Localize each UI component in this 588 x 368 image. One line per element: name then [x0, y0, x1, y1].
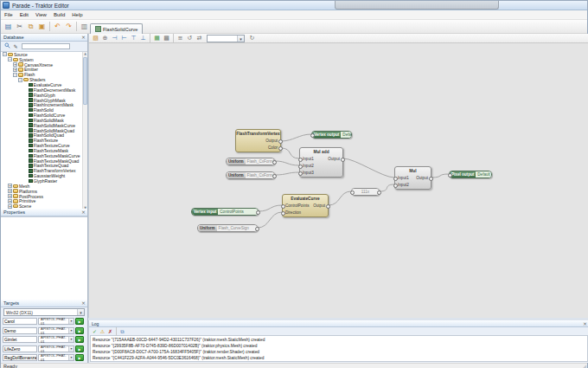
pin-right[interactable]	[341, 158, 345, 162]
title-bar[interactable]: Parade - Traktor Editor	[1, 1, 587, 10]
target-host-select[interactable]: APISTOL-PHAT-01▾	[38, 336, 74, 343]
filter-icon[interactable]: ✎	[11, 42, 20, 50]
resize-grip[interactable]: ◢	[582, 364, 586, 368]
align-top-icon[interactable]: ⊤	[129, 34, 138, 42]
scrollbar-thumb[interactable]	[83, 57, 87, 105]
node-mul[interactable]: MulInput1OutputInput2	[394, 166, 431, 190]
pin-left[interactable]	[393, 184, 398, 188]
node-uniform-curve-sign[interactable]: UniformFlash_CurveSign	[197, 224, 258, 232]
pin-left[interactable]	[310, 133, 315, 138]
database-filter-input[interactable]	[22, 43, 70, 49]
expand-icon[interactable]: +	[8, 199, 12, 203]
pin-right[interactable]	[377, 190, 381, 195]
expand-icon[interactable]: +	[8, 204, 12, 209]
pin-left[interactable]	[350, 190, 355, 195]
close-icon[interactable]: ×	[81, 300, 86, 307]
close-icon[interactable]: ×	[81, 34, 86, 41]
menu-help[interactable]: Help	[68, 10, 86, 20]
pin-right[interactable]	[255, 227, 259, 231]
save-icon[interactable]: ▤	[3, 21, 14, 32]
redo-icon[interactable]: ↷	[63, 21, 74, 32]
platform-select[interactable]: Win32 (DX11) ▾	[3, 308, 85, 316]
target-host-select[interactable]: APISTOL-PHAT-01▾	[38, 318, 74, 325]
paste-icon[interactable]: ▣	[36, 21, 48, 32]
pin-right[interactable]	[272, 160, 277, 165]
close-icon[interactable]: ×	[583, 320, 587, 327]
chevron-down-icon: ▾	[68, 346, 74, 352]
close-icon[interactable]: ×	[81, 209, 86, 216]
expand-icon[interactable]: +	[8, 194, 12, 198]
capsule-value: ControlPoints	[218, 209, 258, 215]
tab-flashsolidcurve[interactable]: FlashSolidCurve	[90, 23, 143, 34]
node-mul-add[interactable]: Mul addInput1OutputInput2Input3	[299, 147, 343, 178]
zoom-combobox[interactable]: ▾	[207, 35, 245, 42]
pin-right[interactable]	[256, 210, 260, 215]
node-evaluate-curve[interactable]: EvaluateCurveControlPointsOutputDirectio…	[282, 194, 329, 217]
log-copy-icon[interactable]: ⧉	[118, 328, 126, 335]
deploy-play-button[interactable]: ▶	[75, 354, 84, 361]
pin-left[interactable]	[281, 204, 285, 209]
pin-right[interactable]	[429, 177, 433, 181]
pin-right[interactable]	[278, 139, 283, 144]
pin-right[interactable]	[272, 174, 277, 178]
pin-right[interactable]	[326, 204, 330, 209]
deploy-play-button[interactable]: ▶	[75, 345, 84, 352]
collapse-icon[interactable]: −	[3, 52, 7, 56]
align-bottom-icon[interactable]: ⊥	[138, 34, 148, 42]
pin-left[interactable]	[298, 165, 303, 169]
pin-left[interactable]	[298, 171, 303, 176]
refresh-icon[interactable]: ↻	[247, 34, 257, 42]
expand-icon[interactable]: +	[13, 62, 17, 67]
capsule-label: Uniform	[227, 172, 246, 178]
deploy-play-button[interactable]: ▶	[75, 336, 84, 343]
target-host-select[interactable]: APISTOL-PHAT-01▾	[38, 345, 74, 352]
pin-left[interactable]	[281, 211, 285, 216]
collapse-icon[interactable]: −	[13, 73, 17, 77]
straighten-icon[interactable]: ≡	[176, 34, 185, 42]
scroll-up-icon[interactable]: ▲	[83, 52, 87, 55]
target-host-select[interactable]: APISTOL-PHAT-01▾	[38, 354, 74, 361]
menu-file[interactable]: File	[1, 10, 16, 20]
align-right-icon[interactable]: ⊢	[119, 34, 129, 42]
node-pixel-output[interactable]: Pixel outputDefault	[449, 171, 492, 178]
even-space-icon[interactable]: ▦	[152, 34, 162, 42]
pin-right[interactable]	[278, 146, 283, 151]
pin-left[interactable]	[448, 173, 452, 178]
snap-grid-icon[interactable]: ▩	[162, 34, 171, 42]
deploy-play-button[interactable]: ▶	[75, 318, 84, 325]
center-icon[interactable]: ⊕	[100, 34, 110, 42]
pin-left[interactable]	[298, 158, 303, 162]
wire	[380, 184, 394, 191]
collapse-icon[interactable]: −	[18, 78, 22, 82]
menu-edit[interactable]: Edit	[16, 10, 32, 20]
deploy-play-button[interactable]: ▶	[75, 327, 84, 334]
pin-left[interactable]	[393, 177, 398, 181]
target-host-select[interactable]: APISTOL-PHAT-01▾	[38, 327, 74, 334]
expand-icon[interactable]: +	[13, 68, 17, 72]
tree-scrollbar[interactable]: ▲ ▼	[82, 52, 87, 210]
node-flash-transform-vertex[interactable]: FlashTransformVertexOutputColor	[235, 129, 281, 152]
search-icon[interactable]	[3, 42, 11, 50]
align-left-icon[interactable]: ⊣	[110, 34, 119, 42]
swap-icon[interactable]: ⇄	[195, 34, 204, 42]
cycle-icon[interactable]: ↺	[185, 34, 195, 42]
menu-view[interactable]: View	[32, 10, 50, 20]
log-error-filter-icon[interactable]: ✗	[106, 328, 114, 335]
log-warning-filter-icon[interactable]: ⚠	[99, 328, 106, 335]
target-name: RagDollBonanza	[3, 354, 37, 361]
node-uniform-cxform-mul[interactable]: UniformFlash_CxFormMul	[226, 158, 275, 165]
open-icon[interactable]: ▨	[91, 34, 100, 42]
copy-icon[interactable]: ⧉	[25, 21, 36, 32]
menu-build[interactable]: Build	[50, 10, 68, 20]
expand-icon[interactable]: +	[8, 189, 12, 193]
graph-canvas[interactable]: FlashTransformVertexOutputColorVertex ou…	[88, 43, 588, 318]
node-uniform-cxform-add[interactable]: UniformFlash_CxFormAdd	[226, 171, 275, 179]
undo-icon[interactable]: ↶	[52, 21, 63, 32]
node-vertex-input[interactable]: Vertex inputControlPoints	[191, 208, 259, 216]
node-vertex-output[interactable]: Vertex outputDefault	[311, 131, 352, 139]
collapse-icon[interactable]: −	[8, 57, 12, 61]
expand-icon[interactable]: +	[8, 184, 12, 188]
cut-icon[interactable]: ✂	[14, 21, 25, 32]
log-info-filter-icon[interactable]: ✓	[91, 328, 99, 335]
node-swizzle[interactable]: 111x	[351, 188, 380, 196]
